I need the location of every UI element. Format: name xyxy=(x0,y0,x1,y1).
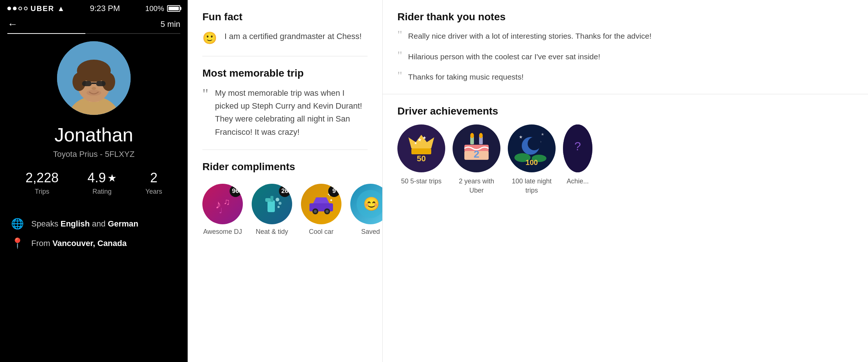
svg-text:100: 100 xyxy=(525,158,538,166)
compliments-row: 96 ♪ ♫ ♩ Awesome DJ 26 xyxy=(202,180,368,239)
dj-label: Awesome DJ xyxy=(203,228,242,236)
note-item-3: " Thanks for taking music requests! xyxy=(397,71,853,83)
achievements-row: ★ ★ ★ 50 50 5-star trips xyxy=(397,124,853,195)
dj-count: 96 xyxy=(230,185,241,197)
battery-icon xyxy=(167,5,180,12)
achievements-title: Driver achievements xyxy=(397,105,853,117)
svg-text:★: ★ xyxy=(417,137,422,143)
smiley-icon: 🙂 xyxy=(202,31,217,45)
svg-point-19 xyxy=(276,198,279,201)
driver-name: Jonathan xyxy=(54,124,133,146)
star-icon: ★ xyxy=(107,172,117,184)
stats-row: 2,228 Trips 4.9 ★ Rating 2 Years xyxy=(7,170,180,196)
thank-you-title: Rider thank you notes xyxy=(397,11,853,23)
svg-point-11 xyxy=(86,90,101,96)
svg-point-39 xyxy=(470,133,474,138)
quote-icon-1: " xyxy=(397,29,402,41)
rating-value: 4.9 ★ xyxy=(88,170,117,186)
status-bar: UBER ▲ 9:23 PM 100% xyxy=(0,0,188,15)
svg-point-20 xyxy=(279,202,281,205)
signal-dot-2 xyxy=(13,7,17,10)
eta-display: 5 min xyxy=(160,20,180,29)
driver-car: Toyota Prius - 5FLXYZ xyxy=(53,150,134,159)
cake-icon: 2 xyxy=(456,128,497,169)
crown-icon: ★ ★ ★ 50 xyxy=(401,128,442,169)
achievement-100-night: ★ ★ ★ 100 100 late night trips xyxy=(508,124,556,195)
achievement-50-stars: ★ ★ ★ 50 50 5-star trips xyxy=(397,124,445,186)
svg-point-26 xyxy=(326,210,329,213)
driver-avatar xyxy=(57,41,131,115)
wifi-icon: ▲ xyxy=(57,4,65,13)
moon-icon: ★ ★ ★ 100 xyxy=(511,128,552,169)
svg-text:50: 50 xyxy=(417,154,426,163)
car-badge: 9 ✦ ✦ xyxy=(301,184,341,224)
compliments-section: Rider compliments 96 ♪ ♫ ♩ Awesome DJ xyxy=(202,161,368,239)
note-text-2: Hilarious person with the coolest car I'… xyxy=(408,51,600,63)
dj-badge: 96 ♪ ♫ ♩ xyxy=(202,184,243,224)
saved-icon: 😊 xyxy=(356,189,383,219)
svg-text:2: 2 xyxy=(474,148,479,160)
signal-dot-3 xyxy=(18,7,22,10)
svg-text:😊: 😊 xyxy=(363,196,380,212)
svg-text:?: ? xyxy=(574,140,581,153)
svg-text:♫: ♫ xyxy=(223,197,230,207)
tidy-badge: 26 xyxy=(252,184,292,224)
tidy-count: 26 xyxy=(279,185,291,197)
achievement-label-2: 2 years with Uber xyxy=(453,177,500,195)
mystery-icon: ? xyxy=(563,124,592,172)
compliment-car: 9 ✦ ✦ Cool car xyxy=(301,184,341,236)
achievements-section: Driver achievements ★ ★ ★ 50 xyxy=(383,94,868,206)
signal-dot-1 xyxy=(7,7,11,10)
note-item-1: " Really nice driver with a lot of inter… xyxy=(397,30,853,42)
achievement-mystery: ? Achie... xyxy=(563,124,592,186)
back-button[interactable]: ← xyxy=(7,18,18,30)
memorable-trip-quote: " My most memorable trip was when I pick… xyxy=(202,87,368,138)
svg-rect-7 xyxy=(82,81,92,86)
years-value: 2 xyxy=(150,170,157,186)
svg-point-25 xyxy=(314,210,317,213)
svg-point-48 xyxy=(528,137,541,150)
globe-icon: 🌐 xyxy=(11,218,24,230)
languages-text: Speaks English and German xyxy=(31,219,138,229)
svg-text:★: ★ xyxy=(519,134,523,140)
svg-point-21 xyxy=(277,206,280,208)
compliment-tidy: 26 Neat & tidy xyxy=(252,184,292,236)
quote-icon-3: " xyxy=(397,70,402,81)
crown-badge: ★ ★ ★ 50 xyxy=(397,124,445,172)
svg-rect-17 xyxy=(265,198,270,202)
svg-rect-18 xyxy=(270,196,273,202)
note-text-3: Thanks for taking music requests! xyxy=(408,71,524,83)
achievement-2-years: 2 2 years with Uber xyxy=(453,124,500,195)
memorable-trip-title: Most memorable trip xyxy=(202,67,368,79)
years-label: Years xyxy=(145,188,162,196)
achievement-label-4: Achie... xyxy=(567,177,589,186)
svg-text:♩: ♩ xyxy=(219,207,222,215)
quote-icon-2: " xyxy=(397,49,402,61)
notes-list: " Really nice driver with a lot of inter… xyxy=(397,30,853,83)
phone-panel: UBER ▲ 9:23 PM 100% ← 5 min xyxy=(0,0,188,362)
compliment-dj: 96 ♪ ♫ ♩ Awesome DJ xyxy=(202,184,243,236)
trips-label: Trips xyxy=(35,188,49,196)
car-label: Cool car xyxy=(309,228,333,236)
nav-bar: ← 5 min xyxy=(0,15,188,33)
trips-stat: 2,228 Trips xyxy=(25,170,59,196)
fun-fact-content: 🙂 I am a certified grandmaster at Chess! xyxy=(202,30,368,45)
carrier-label: UBER xyxy=(31,4,54,13)
middle-panel: Fun fact 🙂 I am a certified grandmaster … xyxy=(188,0,383,362)
svg-text:★: ★ xyxy=(414,141,417,145)
thank-you-section: Rider thank you notes " Really nice driv… xyxy=(383,0,868,94)
note-text-1: Really nice driver with a lot of interes… xyxy=(408,30,651,42)
svg-text:★: ★ xyxy=(422,135,426,140)
progress-fill xyxy=(7,33,85,34)
battery-percent: 100% xyxy=(145,4,164,13)
avatar-svg xyxy=(57,41,131,115)
right-panel: Rider thank you notes " Really nice driv… xyxy=(383,0,868,362)
divider-2 xyxy=(202,150,368,150)
driver-details: 🌐 Speaks English and German 📍 From Vanco… xyxy=(0,207,188,249)
mystery-badge: ? xyxy=(563,124,592,172)
fun-fact-section: Fun fact 🙂 I am a certified grandmaster … xyxy=(202,11,368,45)
cake-badge: 2 xyxy=(453,124,500,172)
driver-profile: Jonathan Toyota Prius - 5FLXYZ 2,228 Tri… xyxy=(0,41,188,207)
compliment-saved: 😊 Saved xyxy=(350,184,383,236)
svg-rect-9 xyxy=(92,82,96,84)
